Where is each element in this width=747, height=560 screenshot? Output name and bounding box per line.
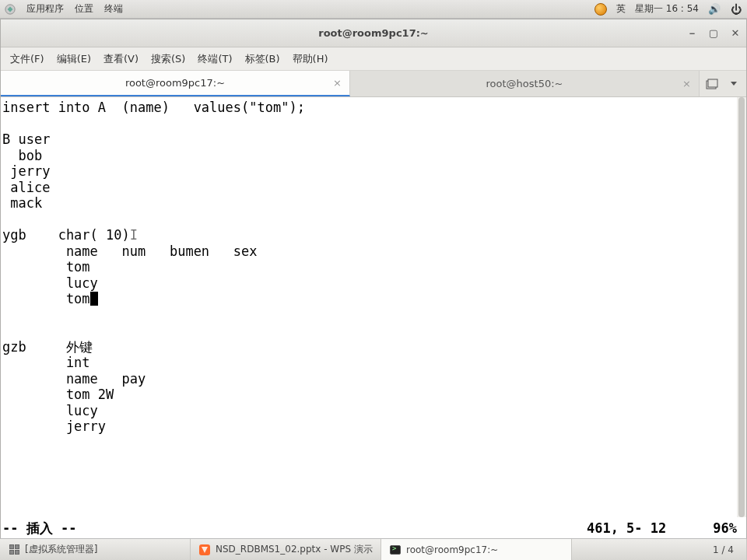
terminal-area[interactable]: insert into A (name) values("tom"); B us…	[1, 97, 746, 541]
notification-icon[interactable]	[594, 3, 607, 16]
minimize-button[interactable]: －	[686, 27, 698, 40]
menu-applications[interactable]: 应用程序	[26, 2, 64, 16]
tab-2[interactable]: root@host50:~ ×	[350, 71, 700, 96]
task-wps[interactable]: NSD_RDBMS1_02.pptx - WPS 演示	[191, 539, 381, 560]
workspace-pager[interactable]: 1 / 4	[700, 539, 747, 560]
menubar: 文件(F) 编辑(E) 查看(V) 搜索(S) 终端(T) 标签(B) 帮助(H…	[1, 47, 746, 71]
workspace-label: 1 / 4	[713, 544, 734, 555]
tab-menu-dropdown[interactable]	[727, 77, 741, 91]
tab-label: root@room9pc17:~	[125, 77, 225, 89]
volume-icon[interactable]	[708, 3, 721, 16]
terminal-icon	[389, 544, 402, 556]
power-icon[interactable]	[730, 3, 742, 16]
tab-label: root@host50:~	[486, 78, 563, 89]
menu-tabs[interactable]: 标签(B)	[239, 49, 286, 69]
text-cursor	[90, 292, 98, 306]
scrollbar-thumb[interactable]	[738, 97, 745, 517]
svg-rect-2	[708, 79, 717, 87]
window-titlebar[interactable]: root@room9pc17:~ － ▢ ✕	[1, 19, 746, 47]
menu-places[interactable]: 位置	[75, 2, 93, 16]
scrollbar[interactable]	[737, 97, 746, 517]
top-panel: 应用程序 位置 终端 英 星期一 16 : 54	[0, 0, 747, 19]
maximize-button[interactable]: ▢	[707, 27, 720, 40]
vim-mode: -- 插入 --	[2, 520, 76, 537]
menu-terminal-item[interactable]: 终端(T)	[191, 49, 238, 69]
vim-position: 461, 5- 12	[587, 520, 666, 536]
tabbar: root@room9pc17:~ × root@host50:~ ×	[1, 71, 746, 97]
close-button[interactable]: ✕	[729, 27, 742, 40]
wps-icon	[198, 544, 211, 556]
new-tab-icon[interactable]	[705, 77, 719, 91]
vim-scroll-percent: 96%	[713, 520, 737, 536]
task-terminal[interactable]: root@room9pc17:~	[381, 539, 572, 560]
window-title: root@room9pc17:~	[318, 27, 429, 39]
menu-view[interactable]: 查看(V)	[97, 49, 145, 69]
tab-1[interactable]: root@room9pc17:~ ×	[1, 71, 350, 96]
mouse-text-caret: I	[130, 227, 138, 243]
ime-indicator[interactable]: 英	[616, 2, 626, 16]
terminal-window: root@room9pc17:~ － ▢ ✕ 文件(F) 编辑(E) 查看(V)…	[0, 19, 747, 541]
chevron-down-icon	[731, 82, 737, 86]
task-vm-manager[interactable]: [虚拟系统管理器]	[0, 539, 191, 560]
bottom-taskbar: [虚拟系统管理器] NSD_RDBMS1_02.pptx - WPS 演示 ro…	[0, 538, 747, 560]
tab-close-icon[interactable]: ×	[682, 78, 691, 89]
terminal-text[interactable]: insert into A (name) values("tom"); B us…	[2, 100, 737, 517]
menu-help[interactable]: 帮助(H)	[286, 49, 335, 69]
clock[interactable]: 星期一 16 : 54	[635, 2, 699, 16]
menu-terminal[interactable]: 终端	[104, 2, 123, 16]
vm-icon	[8, 544, 20, 556]
task-label: root@room9pc17:~	[406, 544, 498, 555]
task-label: NSD_RDBMS1_02.pptx - WPS 演示	[216, 543, 373, 556]
menu-search[interactable]: 搜索(S)	[145, 49, 191, 69]
task-label: [虚拟系统管理器]	[25, 543, 97, 556]
tab-close-icon[interactable]: ×	[333, 77, 342, 89]
menu-edit[interactable]: 编辑(E)	[51, 49, 97, 69]
system-icon	[5, 4, 16, 15]
vim-statusline: -- 插入 -- 461, 5- 12 96%	[2, 519, 737, 537]
menu-file[interactable]: 文件(F)	[4, 49, 51, 69]
